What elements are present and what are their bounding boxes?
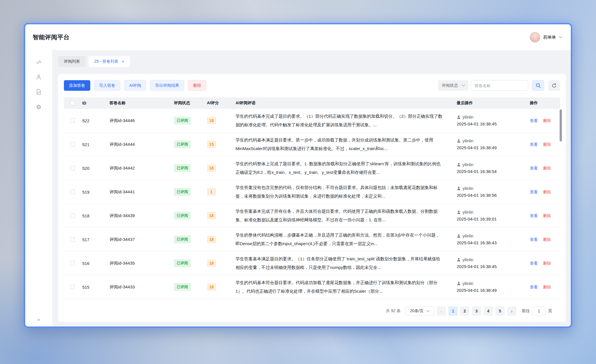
cell-action: 查看删除 [526, 166, 560, 171]
row-checkbox[interactable] [70, 118, 75, 123]
select-all-checkbox[interactable] [70, 101, 75, 105]
delete-link[interactable]: 删除 [543, 142, 551, 147]
cell-name: 评阅id-34433 [106, 284, 170, 290]
cell-name: 评阅id-34444 [106, 142, 170, 147]
status-badge: 已评阅 [174, 212, 191, 220]
view-link[interactable]: 查看 [530, 190, 538, 194]
table-body: 522 评阅id-34446 已评阅 18 学生的代码基本完成了题目的要求。（1… [64, 109, 560, 299]
tab-close-icon[interactable]: × [122, 59, 124, 64]
view-link[interactable]: 查看 [530, 285, 538, 289]
goto-page-input[interactable] [532, 306, 546, 316]
scrollbar-thumb[interactable] [560, 109, 562, 141]
desktop-background: 智能评阅平台 易琳琳 ⚙ » [0, 0, 596, 364]
sidebar: ⚙ » [25, 50, 52, 326]
table-row: 518 评阅id-34439 已评阅 18 学生答案基本完成了所有任务，并且大体… [64, 204, 560, 228]
cell-last-op: yilinlin 2025-04-01 16:38:45 [453, 115, 526, 126]
add-answer-button[interactable]: 添加答卷 [64, 80, 90, 91]
tab-review-list[interactable]: 评阅列表 [58, 56, 86, 67]
view-link[interactable]: 查看 [530, 237, 538, 242]
view-link[interactable]: 查看 [530, 142, 538, 147]
operator-name: yilinlin [462, 115, 473, 119]
view-link[interactable]: 查看 [530, 118, 538, 123]
cell-last-op: yilinlin 2025-04-01 16:38:54 [453, 162, 526, 174]
sidebar-item-users[interactable] [33, 71, 44, 83]
cell-comment: 学生的代码基本满足题目要求。第一步中，成功加载了数据，并划分成训练集和测试集。第… [236, 136, 443, 153]
app-title: 智能评阅平台 [33, 33, 70, 41]
avatar [530, 32, 540, 42]
view-link[interactable]: 查看 [530, 261, 538, 265]
operation-time: 2025-04-01 16:38:49 [457, 288, 523, 293]
row-checkbox[interactable] [70, 261, 75, 265]
cell-last-op: yilinlin 2025-04-01 16:38:56 [453, 186, 526, 198]
cell-id: 517 [79, 237, 106, 242]
delete-link[interactable]: 删除 [543, 261, 551, 265]
refresh-button[interactable] [548, 80, 560, 91]
ai-review-button[interactable]: AI评阅 [124, 80, 146, 91]
status-filter-select[interactable]: 评阅状态 [438, 80, 468, 91]
operator-name: yilinlin [462, 281, 473, 286]
row-checkbox[interactable] [70, 213, 75, 218]
person-icon [457, 163, 461, 167]
cell-comment: 学生的代码整体上完成了题目要求。1. 数据集的加载和划分正确使用了'sklear… [236, 160, 443, 177]
page-button-3[interactable]: 3 [472, 306, 481, 316]
delete-link[interactable]: 删除 [543, 166, 551, 170]
main-area: ⚙ » 评阅列表 25 - 答卷列表 × 添加答卷 导入答卷 AI评阅 [25, 50, 571, 326]
delete-link[interactable]: 删除 [543, 285, 551, 289]
next-page-button[interactable]: › [507, 306, 516, 316]
view-link[interactable]: 查看 [530, 213, 538, 218]
row-checkbox[interactable] [70, 142, 75, 147]
score-badge: 18 [207, 164, 216, 172]
search-button[interactable] [532, 80, 544, 91]
tab-answer-sheet-list[interactable]: 25 - 答卷列表 × [89, 56, 130, 67]
chevron-down-icon [559, 36, 562, 38]
prev-page-button[interactable]: ‹ [437, 306, 446, 316]
table-row: 519 评阅id-34441 已评阅 1 学生答案没有包含完整的代码，仅有部分结… [64, 180, 560, 204]
page-size-select[interactable]: 20条/页 [405, 306, 434, 316]
operation-time: 2025-04-01 16:38:45 [457, 121, 523, 126]
delete-button[interactable]: 删除 [188, 80, 206, 91]
review-checklist-icon [36, 59, 42, 65]
cell-action: 查看删除 [526, 237, 560, 242]
view-link[interactable]: 查看 [530, 166, 538, 170]
cell-action: 查看删除 [526, 142, 560, 147]
import-answer-button[interactable]: 导入答卷 [94, 80, 120, 91]
page-button-4[interactable]: 4 [484, 306, 493, 316]
delete-link[interactable]: 删除 [543, 213, 551, 218]
page-button-1[interactable]: 1 [448, 306, 458, 316]
sidebar-item-review-list[interactable] [33, 56, 44, 68]
table-scrollbar[interactable] [560, 109, 562, 298]
search-input[interactable] [471, 80, 528, 91]
row-checkbox[interactable] [70, 285, 75, 289]
operator-name: yilinlin [462, 210, 473, 215]
cell-id: 520 [79, 166, 106, 171]
cell-comment: 学生的代码基本符合题目要求。代码成功加载了鸢尾花数据集，并正确进行了训练集和测试… [236, 278, 443, 296]
header-last-op: 最后操作 [453, 101, 526, 106]
app-window: 智能评阅平台 易琳琳 ⚙ » [25, 24, 571, 326]
delete-link[interactable]: 删除 [543, 237, 551, 242]
sidebar-item-documents[interactable] [33, 86, 44, 98]
sidebar-item-settings[interactable]: ⚙ [33, 101, 44, 113]
page-button-2[interactable]: 2 [460, 306, 469, 316]
cell-comment: 学生的整体代码结构清晰，步骤基本正确，并且适用了正确的库和方法。然而，在第3步中… [236, 231, 443, 248]
user-menu[interactable]: 易琳琳 [530, 32, 562, 42]
score-badge: 15 [207, 141, 216, 148]
cell-name: 评阅id-34437 [106, 237, 170, 242]
cell-action: 查看删除 [526, 118, 560, 123]
delete-link[interactable]: 删除 [543, 118, 551, 123]
page-button-5[interactable]: 5 [495, 306, 505, 316]
row-checkbox[interactable] [70, 166, 75, 170]
operator-name: yilinlin [462, 162, 473, 167]
cell-action: 查看删除 [526, 261, 560, 266]
export-results-button[interactable]: 导出评阅结果 [150, 80, 184, 91]
page-size-label: 20条/页 [410, 308, 424, 314]
cell-name: 评阅id-34441 [106, 189, 170, 195]
operation-time: 2025-04-01 16:39:01 [457, 217, 523, 221]
delete-link[interactable]: 删除 [543, 190, 551, 194]
row-checkbox[interactable] [70, 237, 75, 242]
person-icon [457, 139, 461, 143]
sidebar-collapse-button[interactable]: » [25, 317, 52, 322]
person-icon [457, 210, 461, 214]
header-name: 答卷名称 [106, 101, 170, 106]
header-comment: AI评阅评语 [232, 101, 453, 106]
row-checkbox[interactable] [70, 190, 75, 194]
